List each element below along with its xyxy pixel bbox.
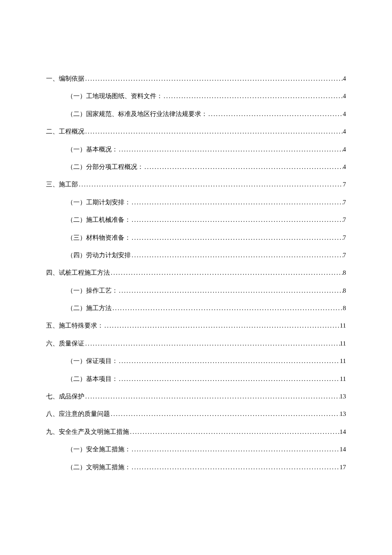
- toc-entry: 七、成品保护 13: [46, 392, 346, 401]
- toc-label: 九、安全生产及文明施工措施: [46, 428, 129, 436]
- toc-entry: （二）基本项目： 11: [46, 375, 346, 383]
- toc-page: 8: [343, 269, 346, 276]
- toc-entry: （二）文明施工措施： 17: [46, 463, 346, 471]
- toc-page: 11: [340, 322, 346, 329]
- toc-page: 7: [343, 181, 346, 188]
- toc-page: 11: [340, 357, 346, 365]
- toc-page: 11: [340, 340, 346, 347]
- toc-leader: [110, 269, 343, 276]
- toc-entry: 四、试桩工程施工方法 8: [46, 269, 346, 277]
- toc-page: 14: [340, 446, 346, 453]
- toc-leader: [84, 75, 343, 82]
- toc-page: 4: [343, 75, 346, 82]
- toc-leader: [118, 146, 343, 153]
- toc-page: 14: [340, 428, 346, 436]
- toc-leader: [163, 93, 343, 100]
- toc-page: 4: [343, 110, 346, 118]
- toc-page: 4: [343, 128, 346, 135]
- toc-page: 4: [343, 146, 346, 153]
- toc-label: （二）国家规范、标准及地区行业法律法规要求：: [67, 110, 208, 118]
- toc-label: （一）工期计划安排：: [67, 198, 131, 206]
- toc-entry: （二）施工机械准备： 7: [46, 216, 346, 224]
- toc-leader: [131, 446, 340, 453]
- toc-page: 17: [340, 464, 346, 471]
- toc-label: （四）劳动力计划安排: [67, 251, 131, 259]
- toc-leader: [110, 410, 340, 418]
- toc-label: （二）文明施工措施：: [67, 463, 131, 471]
- toc-page: 7: [343, 252, 346, 259]
- toc-label: （二）施工机械准备：: [67, 216, 131, 224]
- toc-page: 4: [343, 93, 346, 100]
- toc-label: （三）材料物资准备：: [67, 234, 131, 242]
- toc-entry: （四）劳动力计划安排 7: [46, 251, 346, 259]
- toc-entry: （一）基本概况： 4: [46, 145, 346, 154]
- toc-label: 四、试桩工程施工方法: [46, 269, 110, 277]
- toc-label: 二、工程概况: [46, 128, 84, 136]
- toc-leader: [118, 375, 340, 383]
- toc-label: （一）保证项目：: [67, 357, 118, 365]
- toc-entry: 六、质量保证 11: [46, 340, 346, 348]
- toc-label: （二）施工方法: [67, 304, 112, 312]
- toc-leader: [112, 305, 343, 312]
- toc-leader: [84, 128, 343, 135]
- toc-leader: [131, 234, 343, 241]
- toc-leader: [208, 110, 343, 118]
- toc-page: 8: [343, 305, 346, 312]
- toc-label: （二）基本项目：: [67, 375, 118, 383]
- toc-page: 13: [340, 393, 346, 400]
- toc-label: 八、应注意的质量问题: [46, 410, 110, 418]
- toc-page: 7: [343, 216, 346, 224]
- toc-entry: （三）材料物资准备： 7: [46, 234, 346, 242]
- toc-leader: [84, 393, 340, 400]
- toc-page: 4: [343, 163, 346, 171]
- toc-entry: （一）安全施工措施： 14: [46, 445, 346, 453]
- toc-entry: （一）操作工艺： 8: [46, 287, 346, 295]
- toc-entry: （一）工期计划安排： 7: [46, 198, 346, 206]
- toc-label: （一）工地现场图纸、资料文件：: [67, 92, 163, 100]
- toc-leader: [118, 357, 340, 365]
- toc-leader: [104, 322, 340, 329]
- toc-entry: （一）保证项目： 11: [46, 357, 346, 365]
- table-of-contents: 一、编制依据 4 （一）工地现场图纸、资料文件： 4 （二）国家规范、标准及地区…: [46, 75, 346, 471]
- toc-label: 五、施工特殊要求：: [46, 322, 104, 330]
- toc-leader: [129, 428, 340, 436]
- toc-entry: 八、应注意的质量问题 13: [46, 410, 346, 418]
- toc-page: 8: [343, 287, 346, 294]
- toc-entry: 五、施工特殊要求： 11: [46, 322, 346, 330]
- toc-leader: [78, 181, 343, 188]
- toc-label: （一）安全施工措施：: [67, 445, 131, 453]
- toc-page: 11: [340, 375, 346, 383]
- toc-entry: （二）施工方法 8: [46, 304, 346, 312]
- toc-label: 七、成品保护: [46, 392, 84, 401]
- toc-entry: （二）国家规范、标准及地区行业法律法规要求： 4: [46, 110, 346, 118]
- toc-page: 13: [340, 410, 346, 418]
- toc-entry: 二、工程概况 4: [46, 128, 346, 136]
- toc-leader: [144, 163, 343, 171]
- toc-leader: [118, 287, 343, 294]
- toc-label: （一）基本概况：: [67, 145, 118, 154]
- toc-entry: （二）分部分项工程概况： 4: [46, 163, 346, 171]
- toc-leader: [84, 340, 340, 347]
- toc-entry: 一、编制依据 4: [46, 75, 346, 83]
- toc-leader: [131, 199, 343, 206]
- toc-entry: 九、安全生产及文明施工措施 14: [46, 428, 346, 436]
- toc-label: （一）操作工艺：: [67, 287, 118, 295]
- toc-page: 7: [343, 234, 346, 241]
- toc-leader: [131, 464, 340, 471]
- toc-label: （二）分部分项工程概况：: [67, 163, 144, 171]
- toc-page: 7: [343, 199, 346, 206]
- toc-leader: [131, 216, 343, 224]
- toc-entry: 三、施工部 7: [46, 180, 346, 189]
- toc-label: 一、编制依据: [46, 75, 84, 83]
- toc-leader: [131, 252, 343, 259]
- toc-entry: （一）工地现场图纸、资料文件： 4: [46, 92, 346, 100]
- toc-label: 六、质量保证: [46, 340, 84, 348]
- toc-label: 三、施工部: [46, 180, 78, 189]
